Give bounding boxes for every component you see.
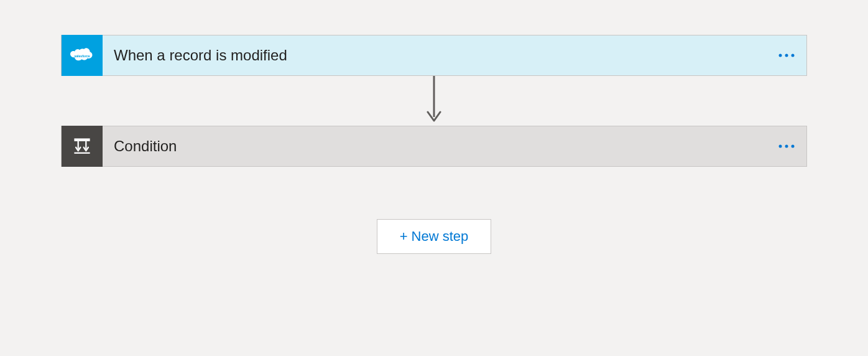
svg-rect-5	[74, 138, 90, 141]
condition-icon	[62, 126, 103, 167]
more-menu-button[interactable]	[772, 131, 801, 161]
new-step-button[interactable]: + New step	[377, 219, 492, 254]
svg-point-11	[792, 145, 795, 148]
svg-point-3	[792, 54, 795, 57]
ellipsis-icon	[778, 144, 795, 149]
flow-designer-canvas: salesforce When a record is modified	[0, 0, 868, 254]
svg-point-9	[779, 145, 782, 148]
svg-point-2	[785, 54, 788, 57]
condition-step-card[interactable]: Condition	[61, 126, 807, 167]
svg-text:salesforce: salesforce	[75, 54, 90, 58]
condition-step-title: Condition	[114, 138, 772, 155]
trigger-step-card[interactable]: salesforce When a record is modified	[61, 35, 807, 76]
svg-point-10	[785, 145, 788, 148]
flow-connector-arrow	[427, 76, 441, 126]
new-step-container: + New step	[377, 219, 492, 254]
more-menu-button[interactable]	[772, 40, 801, 70]
svg-point-1	[779, 54, 782, 57]
ellipsis-icon	[778, 53, 795, 58]
trigger-step-title: When a record is modified	[114, 47, 772, 64]
salesforce-icon: salesforce	[62, 35, 103, 76]
